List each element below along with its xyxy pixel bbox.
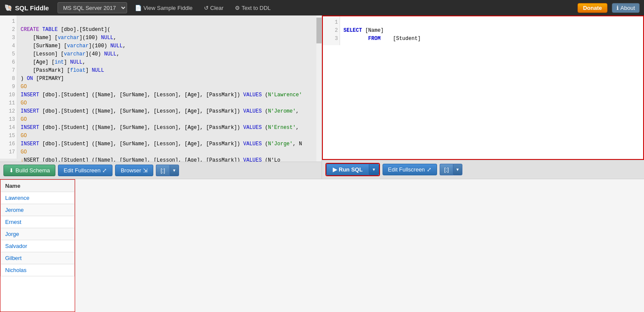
run-sql-label: Run SQL xyxy=(339,166,363,173)
clear-label: Clear xyxy=(210,5,224,11)
right-panel: 123 SELECT [Name] FROM [Student] ▶ Run S… xyxy=(322,15,644,179)
left-scroll[interactable] xyxy=(316,15,322,162)
logo-text: SQL Fiddle xyxy=(15,4,49,12)
main-area: 1234567891011121314151617 CREATE TABLE [… xyxy=(0,15,644,312)
run-icon: ▶ xyxy=(333,166,337,173)
semicolon-group-left: [;] ▾ xyxy=(156,165,179,176)
left-editor: 1234567891011121314151617 CREATE TABLE [… xyxy=(0,15,322,162)
browser-label: Browser xyxy=(121,167,141,174)
semicolon-right-button[interactable]: [;] xyxy=(440,164,453,175)
clear-button[interactable]: ↺ Clear xyxy=(200,3,227,13)
semicolon-left-label: [;] xyxy=(161,167,165,174)
edit-fullscreen-left-icon: ⤢ xyxy=(102,167,107,174)
run-sql-dropdown[interactable]: ▾ xyxy=(369,164,379,175)
edit-fullscreen-left-label: Edit Fullscreen xyxy=(64,167,100,174)
build-icon: ⬇ xyxy=(9,167,14,174)
browser-button[interactable]: Browser ⇲ xyxy=(115,165,153,176)
edit-fullscreen-left-button[interactable]: Edit Fullscreen ⤢ xyxy=(58,165,112,176)
semicolon-right-dropdown[interactable]: ▾ xyxy=(453,164,462,175)
table-row: Gilbert xyxy=(1,252,75,264)
results-column-header: Name xyxy=(1,180,75,192)
table-row: Ernest xyxy=(1,216,75,228)
results-tbody: LawrenceJeromeErnestJorgeSalvadorGilbert… xyxy=(1,192,75,276)
right-editor: 123 SELECT [Name] FROM [Student] xyxy=(322,15,644,160)
editors-row: 1234567891011121314151617 CREATE TABLE [… xyxy=(0,15,644,179)
table-row: Lawrence xyxy=(1,192,75,204)
semicolon-left-button[interactable]: [;] xyxy=(156,165,170,176)
edit-fullscreen-right-label: Edit Fullscreen xyxy=(388,166,425,173)
about-label: About xyxy=(620,5,635,11)
text-to-ddl-button[interactable]: ⚙ Text to DDL xyxy=(231,3,274,13)
results-table-container: Name LawrenceJeromeErnestJorgeSalvadorGi… xyxy=(0,179,75,312)
results-table: Name LawrenceJeromeErnestJorgeSalvadorGi… xyxy=(0,180,75,276)
right-editor-inner: 123 SELECT [Name] FROM [Student] xyxy=(323,16,643,45)
table-cell-name: Jerome xyxy=(1,204,75,216)
results-area: Name LawrenceJeromeErnestJorgeSalvadorGi… xyxy=(0,179,644,312)
right-code-display[interactable]: SELECT [Name] FROM [Student] xyxy=(340,16,643,45)
table-cell-name: Ernest xyxy=(1,216,75,228)
edit-fullscreen-right-button[interactable]: Edit Fullscreen ⤢ xyxy=(383,164,437,175)
semicolon-group-right: [;] ▾ xyxy=(440,164,463,175)
donate-button[interactable]: Donate xyxy=(577,3,608,13)
view-sample-button[interactable]: 📄 View Sample Fiddle xyxy=(131,3,196,13)
results-empty-area xyxy=(75,179,644,312)
table-cell-name: Jorge xyxy=(1,228,75,240)
right-line-numbers: 123 xyxy=(323,16,340,45)
db-selector[interactable]: MS SQL Server 2017 MySQL 5.6 MySQL 5.7 P… xyxy=(58,2,127,13)
table-cell-name: Nicholas xyxy=(1,264,75,276)
table-cell-name: Salvador xyxy=(1,240,75,252)
clear-icon: ↺ xyxy=(204,5,209,11)
text-to-ddl-label: Text to DDL xyxy=(242,5,271,11)
browser-icon: ⇲ xyxy=(143,167,148,174)
build-schema-label: Build Schema xyxy=(15,167,50,174)
table-row: Jorge xyxy=(1,228,75,240)
build-schema-button[interactable]: ⬇ Build Schema xyxy=(3,165,55,176)
run-sql-group: ▶ Run SQL ▾ xyxy=(325,163,380,176)
left-panel: 1234567891011121314151617 CREATE TABLE [… xyxy=(0,15,322,179)
table-row: Salvador xyxy=(1,240,75,252)
view-sample-label: View Sample Fiddle xyxy=(143,5,193,11)
run-sql-button[interactable]: ▶ Run SQL xyxy=(326,164,369,175)
edit-fullscreen-right-icon: ⤢ xyxy=(427,166,431,173)
right-toolbar: ▶ Run SQL ▾ Edit Fullscreen ⤢ [;] ▾ xyxy=(322,160,644,179)
table-row: Nicholas xyxy=(1,264,75,276)
info-icon: ℹ xyxy=(617,5,619,11)
view-sample-icon: 📄 xyxy=(135,5,142,11)
text-ddl-icon: ⚙ xyxy=(235,5,240,11)
left-code-display[interactable]: CREATE TABLE [dbo].[Student]( [Name] [va… xyxy=(17,15,322,162)
logo-area: 🐚 SQL Fiddle xyxy=(4,4,49,12)
line-numbers-left: 1234567891011121314151617 xyxy=(0,15,17,159)
header: 🐚 SQL Fiddle MS SQL Server 2017 MySQL 5.… xyxy=(0,0,644,15)
semicolon-left-dropdown[interactable]: ▾ xyxy=(170,165,179,176)
semicolon-right-label: [;] xyxy=(444,166,449,173)
table-cell-name: Lawrence xyxy=(1,192,75,204)
table-row: Jerome xyxy=(1,204,75,216)
logo-icon: 🐚 xyxy=(4,4,12,12)
left-toolbar: ⬇ Build Schema Edit Fullscreen ⤢ Browser… xyxy=(0,162,322,179)
table-cell-name: Gilbert xyxy=(1,252,75,264)
about-button[interactable]: ℹ About xyxy=(612,3,640,13)
